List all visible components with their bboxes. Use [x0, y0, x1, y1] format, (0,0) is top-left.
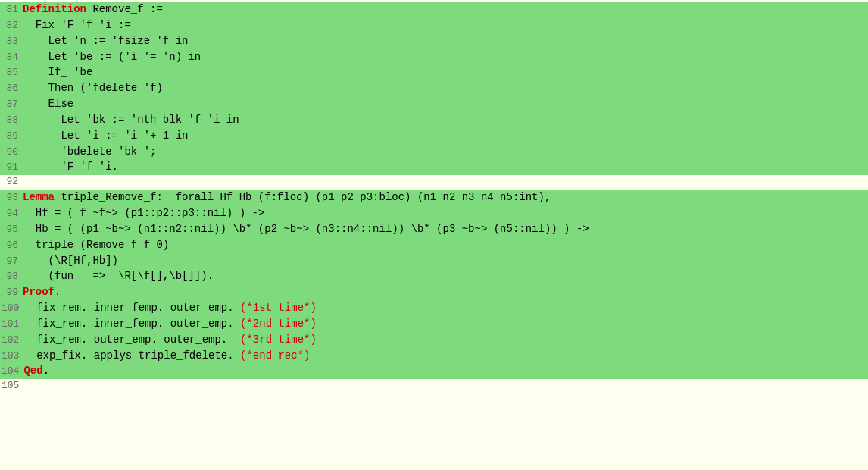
line-number: 86 — [2, 82, 23, 96]
line-content: Lemma triple_Remove_f: forall Hf Hb (f:f… — [23, 190, 866, 205]
line-number: 92 — [2, 175, 23, 190]
line-number: 96 — [2, 239, 23, 253]
line-85: 85 If_ 'be — [0, 64, 868, 80]
token-comment: (*end rec*) — [240, 349, 310, 362]
token-normal: Hf = ( f ~f~> (p1::p2::p3::nil) ) -> — [23, 207, 264, 219]
line-98: 98 (fun _ => \R[\f[],\b[]]). — [0, 268, 868, 284]
line-number: 85 — [2, 66, 23, 80]
token-normal: 'bdelete 'bk '; — [23, 146, 156, 158]
token-normal: Hb = ( (p1 ~b~> (n1::n2::nil)) \b* (p2 ~… — [23, 223, 589, 235]
code-container: 81Definition Remove_f :=82 Fix 'F 'f 'i … — [0, 0, 868, 470]
line-99: 99Proof. — [0, 284, 868, 300]
line-103: 103 exp_fix. applys triple_fdelete. (*en… — [0, 348, 868, 364]
line-91: 91 'F 'f 'i. — [0, 159, 868, 175]
line-number: 94 — [2, 207, 23, 221]
line-number: 84 — [2, 51, 23, 65]
line-content: (\R[Hf,Hb]) — [23, 253, 866, 268]
line-content: Proof. — [23, 284, 866, 299]
line-number: 91 — [2, 161, 23, 175]
line-84: 84 Let 'be := ('i '= 'n) in — [0, 49, 868, 65]
token-normal: Let 'bk := 'nth_blk 'f 'i in — [23, 114, 239, 126]
token-normal: Remove_f := — [86, 3, 163, 15]
token-normal: . — [55, 286, 61, 298]
line-content: Hf = ( f ~f~> (p1::p2::p3::nil) ) -> — [23, 205, 866, 221]
line-content: Let 'be := ('i '= 'n) in — [23, 49, 866, 64]
line-number: 90 — [2, 146, 23, 160]
token-kw-lemma: Lemma — [23, 191, 55, 203]
line-105: 105 — [0, 379, 868, 393]
line-content: triple (Remove_f f 0) — [23, 237, 866, 252]
line-content: 'bdelete 'bk '; — [23, 144, 866, 159]
line-content: fix_rem. inner_femp. outer_emp. (*2nd ti… — [23, 316, 866, 331]
line-number: 83 — [2, 35, 23, 49]
line-content: Let 'n := 'fsize 'f in — [23, 33, 866, 49]
token-normal: (fun _ => \R[\f[],\b[]]). — [23, 270, 214, 282]
line-number: 99 — [2, 286, 23, 300]
line-number: 100 — [2, 302, 23, 316]
token-normal: triple_Remove_f: forall Hf Hb (f:floc) (… — [55, 191, 551, 203]
token-comment: (*1st time*) — [240, 302, 317, 314]
token-normal: fix_rem. outer_emp. outer_emp. — [23, 334, 240, 346]
token-normal: Then ('fdelete 'f) — [23, 82, 163, 94]
token-normal: fix_rem. inner_femp. outer_emp. — [23, 302, 240, 314]
token-normal: If_ 'be — [23, 66, 92, 78]
line-89: 89 Let 'i := 'i '+ 1 in — [0, 128, 868, 144]
line-94: 94 Hf = ( f ~f~> (p1::p2::p3::nil) ) -> — [0, 205, 868, 221]
token-normal: Let 'be := ('i '= 'n) in — [23, 51, 201, 63]
line-number: 89 — [2, 130, 23, 144]
line-number: 104 — [2, 365, 23, 379]
line-number: 93 — [2, 191, 23, 205]
line-content: 'F 'f 'i. — [23, 159, 866, 174]
token-kw-def: Definition — [23, 3, 86, 15]
line-number: 82 — [2, 19, 23, 33]
line-content: Fix 'F 'f 'i := — [23, 17, 866, 33]
line-97: 97 (\R[Hf,Hb]) — [0, 253, 868, 269]
token-normal: 'F 'f 'i. — [23, 161, 118, 173]
token-normal: fix_rem. inner_femp. outer_emp. — [23, 318, 240, 330]
line-96: 96 triple (Remove_f f 0) — [0, 237, 868, 253]
line-content: Then ('fdelete 'f) — [23, 80, 866, 96]
line-95: 95 Hb = ( (p1 ~b~> (n1::n2::nil)) \b* (p… — [0, 221, 868, 237]
line-88: 88 Let 'bk := 'nth_blk 'f 'i in — [0, 112, 868, 128]
line-number: 81 — [2, 3, 23, 17]
line-number: 101 — [2, 318, 23, 332]
line-92: 92 — [0, 175, 868, 190]
line-content: fix_rem. inner_femp. outer_emp. (*1st ti… — [23, 300, 866, 315]
line-number: 88 — [2, 114, 23, 128]
token-normal: . — [43, 365, 49, 377]
line-content: Qed. — [23, 363, 866, 378]
token-normal: triple (Remove_f f 0) — [23, 239, 169, 251]
line-100: 100 fix_rem. inner_femp. outer_emp. (*1s… — [0, 300, 868, 316]
line-number: 98 — [2, 270, 23, 284]
token-normal: Fix 'F 'f 'i := — [23, 19, 131, 31]
line-83: 83 Let 'n := 'fsize 'f in — [0, 33, 868, 49]
line-content: Let 'bk := 'nth_blk 'f 'i in — [23, 112, 866, 127]
line-content: Definition Remove_f := — [23, 2, 866, 17]
token-comment: (*3rd time*) — [240, 334, 317, 346]
line-content: (fun _ => \R[\f[],\b[]]). — [23, 268, 866, 284]
line-81: 81Definition Remove_f := — [0, 2, 868, 17]
token-normal: exp_fix. applys triple_fdelete. — [23, 349, 240, 362]
line-86: 86 Then ('fdelete 'f) — [0, 80, 868, 96]
line-number: 105 — [2, 379, 23, 393]
line-104: 104Qed. — [0, 363, 868, 379]
line-101: 101 fix_rem. inner_femp. outer_emp. (*2n… — [0, 316, 868, 332]
line-content: Let 'i := 'i '+ 1 in — [23, 128, 866, 143]
token-normal: Let 'n := 'fsize 'f in — [23, 35, 188, 47]
line-87: 87 Else — [0, 96, 868, 112]
line-content: If_ 'be — [23, 64, 866, 80]
token-kw-proof: Proof — [23, 286, 55, 298]
line-content: Else — [23, 96, 866, 111]
line-93: 93Lemma triple_Remove_f: forall Hf Hb (f… — [0, 190, 868, 205]
line-number: 103 — [2, 349, 23, 364]
token-normal: (\R[Hf,Hb]) — [23, 255, 118, 267]
line-102: 102 fix_rem. outer_emp. outer_emp. (*3rd… — [0, 332, 868, 348]
line-number: 87 — [2, 98, 23, 112]
line-82: 82 Fix 'F 'f 'i := — [0, 17, 868, 33]
token-normal: Else — [23, 98, 73, 110]
line-content: exp_fix. applys triple_fdelete. (*end re… — [23, 348, 866, 363]
line-content: Hb = ( (p1 ~b~> (n1::n2::nil)) \b* (p2 ~… — [23, 221, 866, 237]
token-kw-qed: Qed — [23, 365, 42, 377]
line-90: 90 'bdelete 'bk '; — [0, 144, 868, 160]
line-content: fix_rem. outer_emp. outer_emp. (*3rd tim… — [23, 332, 866, 347]
